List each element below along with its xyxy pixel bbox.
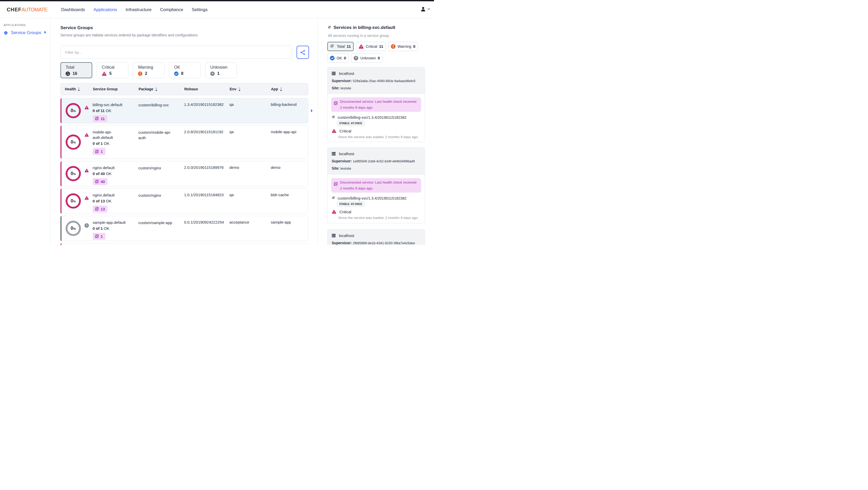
svg-text:?: ?: [86, 224, 88, 227]
svg-text:?: ?: [212, 72, 213, 75]
svg-text:?: ?: [355, 56, 357, 60]
